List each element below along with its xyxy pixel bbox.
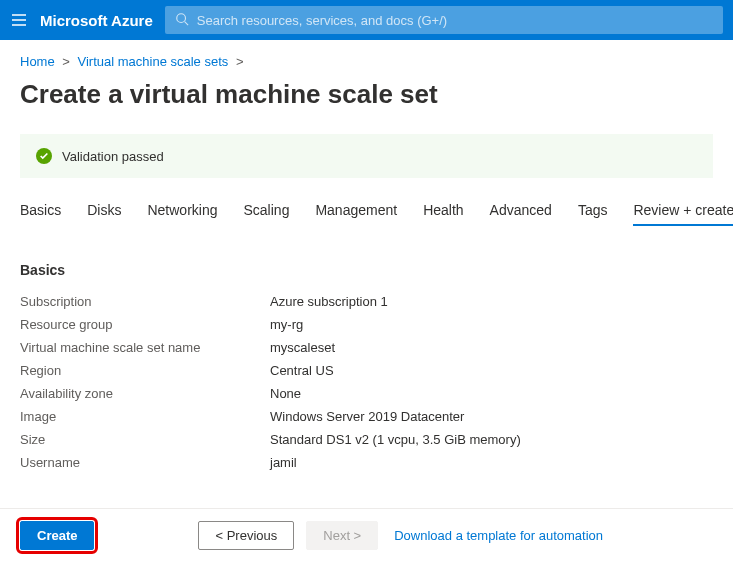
hamburger-icon[interactable] xyxy=(10,11,28,29)
breadcrumb-vmss[interactable]: Virtual machine scale sets xyxy=(78,54,229,69)
kv-label: Subscription xyxy=(20,294,270,309)
breadcrumb-home[interactable]: Home xyxy=(20,54,55,69)
section-heading-basics: Basics xyxy=(20,262,713,278)
kv-label: Image xyxy=(20,409,270,424)
kv-label: Size xyxy=(20,432,270,447)
kv-label: Username xyxy=(20,455,270,470)
tab-health[interactable]: Health xyxy=(423,202,463,226)
svg-line-1 xyxy=(184,21,188,25)
kv-value: Azure subscription 1 xyxy=(270,294,388,309)
tab-networking[interactable]: Networking xyxy=(147,202,217,226)
validation-text: Validation passed xyxy=(62,149,164,164)
kv-row: Availability zoneNone xyxy=(20,386,713,401)
kv-row: Virtual machine scale set namemyscaleset xyxy=(20,340,713,355)
create-button[interactable]: Create xyxy=(20,521,94,550)
kv-row: Resource groupmy-rg xyxy=(20,317,713,332)
tab-scaling[interactable]: Scaling xyxy=(244,202,290,226)
chevron-right-icon: > xyxy=(236,54,244,69)
kv-value: myscaleset xyxy=(270,340,335,355)
svg-point-0 xyxy=(177,13,186,22)
tab-advanced[interactable]: Advanced xyxy=(490,202,552,226)
kv-value: None xyxy=(270,386,301,401)
kv-row: SizeStandard DS1 v2 (1 vcpu, 3.5 GiB mem… xyxy=(20,432,713,447)
check-circle-icon xyxy=(36,148,52,164)
review-section: Basics SubscriptionAzure subscription 1 … xyxy=(0,234,733,488)
previous-button[interactable]: < Previous xyxy=(198,521,294,550)
download-template-link[interactable]: Download a template for automation xyxy=(394,528,603,543)
kv-label: Resource group xyxy=(20,317,270,332)
global-search[interactable] xyxy=(165,6,723,34)
kv-row: RegionCentral US xyxy=(20,363,713,378)
chevron-right-icon: > xyxy=(62,54,70,69)
validation-banner: Validation passed xyxy=(20,134,713,178)
top-bar: Microsoft Azure xyxy=(0,0,733,40)
kv-row: Usernamejamil xyxy=(20,455,713,470)
tab-tags[interactable]: Tags xyxy=(578,202,608,226)
search-input[interactable] xyxy=(197,13,713,28)
kv-value: Central US xyxy=(270,363,334,378)
kv-value: Standard DS1 v2 (1 vcpu, 3.5 GiB memory) xyxy=(270,432,521,447)
kv-label: Region xyxy=(20,363,270,378)
next-button: Next > xyxy=(306,521,378,550)
kv-label: Availability zone xyxy=(20,386,270,401)
kv-label: Virtual machine scale set name xyxy=(20,340,270,355)
kv-row: ImageWindows Server 2019 Datacenter xyxy=(20,409,713,424)
wizard-footer: Create < Previous Next > Download a temp… xyxy=(0,508,733,562)
tab-disks[interactable]: Disks xyxy=(87,202,121,226)
kv-row: SubscriptionAzure subscription 1 xyxy=(20,294,713,309)
brand-label: Microsoft Azure xyxy=(40,12,153,29)
page-title: Create a virtual machine scale set xyxy=(0,75,733,126)
tab-basics[interactable]: Basics xyxy=(20,202,61,226)
kv-value: jamil xyxy=(270,455,297,470)
breadcrumb: Home > Virtual machine scale sets > xyxy=(0,40,733,75)
tab-review-create[interactable]: Review + create xyxy=(633,202,733,226)
kv-value: Windows Server 2019 Datacenter xyxy=(270,409,464,424)
wizard-tabs: Basics Disks Networking Scaling Manageme… xyxy=(0,202,733,234)
kv-value: my-rg xyxy=(270,317,303,332)
search-icon xyxy=(175,12,189,29)
tab-management[interactable]: Management xyxy=(315,202,397,226)
